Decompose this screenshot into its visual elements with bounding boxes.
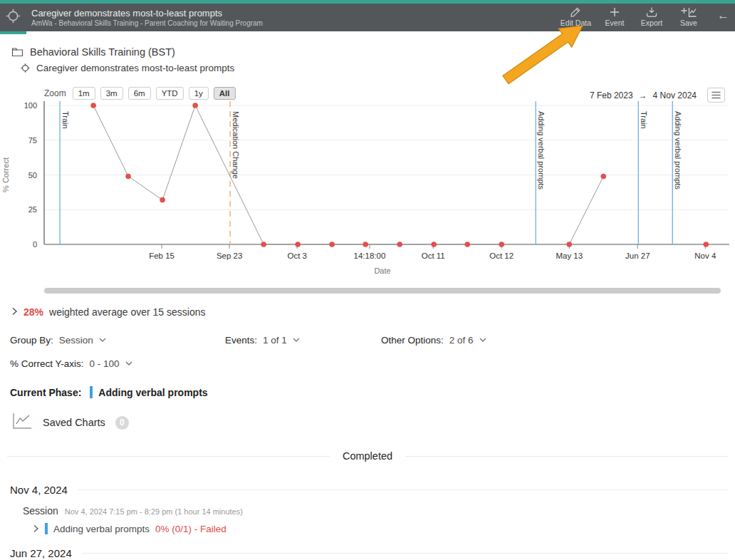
other-options-label: Other Options: <box>381 335 444 346</box>
breadcrumb-program[interactable]: Behavioral Skills Training (BST) <box>11 46 175 58</box>
svg-text:Oct 12: Oct 12 <box>489 252 514 260</box>
zoom-all-button[interactable]: All <box>214 87 236 100</box>
svg-text:25: 25 <box>28 205 37 214</box>
edit-data-button[interactable]: Edit Data <box>561 6 591 27</box>
weighted-average-text: weighted average over 15 sessions <box>49 306 205 318</box>
controls-row-2: % Correct Y-axis: 0 - 100 <box>0 358 735 373</box>
event-button[interactable]: Event <box>601 6 628 27</box>
chart-section: Zoom 1m3m6mYTD1yAll 7 Feb 2023 → 4 Nov 2… <box>0 84 735 278</box>
pencil-icon <box>570 6 581 18</box>
zoom-ytd-button[interactable]: YTD <box>156 87 184 100</box>
svg-text:Jun 27: Jun 27 <box>625 252 650 260</box>
svg-text:Adding verbal prompts: Adding verbal prompts <box>674 111 682 190</box>
controls-row-1: Group By: Session Events: 1 of 1 Other O… <box>0 335 735 349</box>
session-date-row: Nov 4, 2024 <box>10 482 728 497</box>
svg-text:50: 50 <box>28 171 37 180</box>
session-type: Session <box>23 505 58 517</box>
chart-horizontal-scrollbar[interactable] <box>44 288 721 294</box>
app-window: Caregiver demonstrates most-to-least pro… <box>0 0 735 560</box>
session-date-row: Jun 27, 2024 <box>10 545 728 560</box>
session-date: Jun 27, 2024 <box>10 547 72 559</box>
chevron-down-icon <box>479 338 486 343</box>
plus-icon <box>610 6 620 18</box>
svg-text:100: 100 <box>24 101 37 110</box>
events-dropdown[interactable]: Events: 1 of 1 <box>225 335 300 346</box>
chevron-down-icon <box>125 361 132 366</box>
saved-charts-button[interactable]: Saved Charts 0 <box>11 412 129 433</box>
save-button[interactable]: Save <box>675 6 702 27</box>
svg-text:Train: Train <box>61 111 70 129</box>
range-arrow-icon: → <box>639 90 647 100</box>
weighted-average-value: 28% <box>24 306 43 318</box>
completed-label: Completed <box>343 450 392 462</box>
breadcrumb-target[interactable]: Caregiver demonstrates most-to-least pro… <box>20 63 234 73</box>
range-end: 4 Nov 2024 <box>653 90 697 100</box>
header-actions: Edit DataEventExportSave <box>561 6 702 27</box>
crosshair-icon <box>5 8 21 27</box>
svg-text:Feb 15: Feb 15 <box>149 252 174 260</box>
target-logo-tile[interactable] <box>0 4 26 34</box>
expand-chevron-icon[interactable] <box>33 524 39 533</box>
other-options-dropdown[interactable]: Other Options: 2 of 6 <box>381 335 486 346</box>
chevron-down-icon <box>293 338 300 343</box>
yaxis-dropdown[interactable]: % Correct Y-axis: 0 - 100 <box>10 358 132 369</box>
export-button[interactable]: Export <box>638 6 665 27</box>
svg-text:Medication Change: Medication Change <box>231 111 240 179</box>
divider-line <box>7 456 330 457</box>
group-by-dropdown[interactable]: Group By: Session <box>10 335 106 346</box>
svg-text:Oct 11: Oct 11 <box>422 252 445 260</box>
yaxis-label: % Correct Y-axis: <box>10 358 84 369</box>
weighted-average-row[interactable]: 28% weighted average over 15 sessions <box>11 306 206 318</box>
page-subtitle: AmWa - Behavioral Skills Training - Pare… <box>31 19 263 28</box>
line-chart[interactable]: 0255075100% CorrectTrainMedication Chang… <box>0 100 735 278</box>
svg-text:Sep 23: Sep 23 <box>217 252 242 260</box>
chart-zoom-toolbar: Zoom 1m3m6mYTD1yAll <box>44 87 236 100</box>
zoom-1y-button[interactable]: 1y <box>189 87 209 100</box>
yaxis-value: 0 - 100 <box>90 358 120 369</box>
current-phase-label: Current Phase: <box>10 387 81 398</box>
phase-result-row[interactable]: Adding verbal prompts0% (0/1) - Failed <box>33 523 735 534</box>
completed-divider: Completed <box>7 450 728 462</box>
back-arrow-button[interactable]: ← <box>717 9 729 23</box>
range-start: 7 Feb 2023 <box>590 90 633 100</box>
chevron-down-icon <box>99 338 106 343</box>
svg-text:Nov 4: Nov 4 <box>694 252 716 260</box>
current-phase-value: Adding verbal prompts <box>98 387 207 398</box>
zoom-label: Zoom <box>44 88 66 98</box>
target-icon <box>20 63 31 73</box>
header-divider <box>706 6 707 24</box>
group-by-value: Session <box>59 335 93 346</box>
plus-chart-icon <box>681 6 697 18</box>
breadcrumb-target-label: Caregiver demonstrates most-to-least pro… <box>36 63 234 73</box>
current-phase-row: Current Phase: Adding verbal prompts <box>10 386 208 398</box>
download-icon <box>645 6 658 18</box>
header-titles: Caregiver demonstrates most-to-least pro… <box>31 8 263 28</box>
save-label: Save <box>680 19 697 27</box>
date-range[interactable]: 7 Feb 2023 → 4 Nov 2024 <box>590 90 697 100</box>
phase-color-bar <box>45 523 48 534</box>
phase-name: Adding verbal prompts <box>53 524 150 534</box>
events-value: 1 of 1 <box>263 335 287 346</box>
svg-text:May 13: May 13 <box>556 252 583 260</box>
events-label: Events: <box>225 335 257 346</box>
edit-data-label: Edit Data <box>561 19 591 27</box>
zoom-6m-button[interactable]: 6m <box>128 87 151 100</box>
breadcrumb-program-label: Behavioral Skills Training (BST) <box>30 46 175 58</box>
zoom-1m-button[interactable]: 1m <box>73 87 95 100</box>
date-rule-line <box>82 553 728 554</box>
saved-charts-label: Saved Charts <box>43 417 105 428</box>
expand-chevron-icon[interactable] <box>11 306 18 318</box>
saved-charts-count-badge: 0 <box>115 416 129 430</box>
svg-text:Date: Date <box>374 266 390 275</box>
session-time: Nov 4, 2024 7:15 pm - 8:29 pm (1 hour 14… <box>65 507 243 516</box>
session-date: Nov 4, 2024 <box>10 484 68 496</box>
zoom-3m-button[interactable]: 3m <box>100 87 123 100</box>
svg-text:0: 0 <box>33 240 37 249</box>
svg-text:% Correct: % Correct <box>1 157 10 192</box>
svg-text:Adding verbal prompts: Adding verbal prompts <box>537 111 546 190</box>
event-label: Event <box>605 19 625 27</box>
divider-line <box>405 456 728 457</box>
phase-result: 0% (0/1) - Failed <box>155 524 226 534</box>
annotation-arrow <box>491 21 591 89</box>
svg-text:Oct 3: Oct 3 <box>287 252 306 260</box>
